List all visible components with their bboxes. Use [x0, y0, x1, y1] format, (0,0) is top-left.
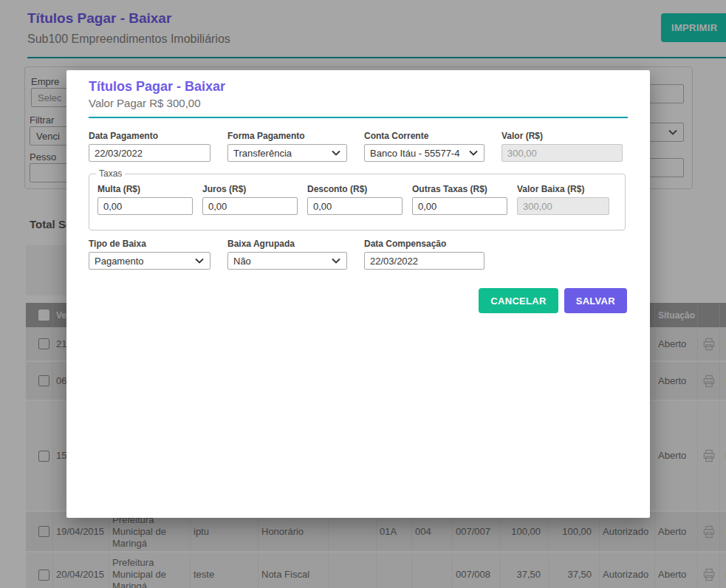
data-compensacao-label: Data Compensação: [364, 239, 484, 249]
data-pagamento-input[interactable]: 22/03/2022: [89, 144, 210, 162]
conta-corrente-label: Conta Corrente: [364, 131, 484, 141]
chevron-down-icon: [332, 256, 340, 267]
chevron-down-icon: [195, 256, 204, 267]
app-window: Títulos Pagar - Baixar Sub100 Empreendim…: [0, 0, 726, 588]
save-button[interactable]: SALVAR: [564, 288, 627, 313]
cancel-button[interactable]: CANCELAR: [479, 288, 558, 313]
chevron-down-icon: [332, 148, 340, 159]
conta-corrente-select[interactable]: Banco Itáu - 55577-4: [364, 144, 484, 162]
desconto-label: Desconto (R$): [307, 184, 403, 194]
desconto-input[interactable]: 0,00: [307, 197, 403, 215]
juros-input[interactable]: 0,00: [202, 197, 298, 215]
baixa-agrupada-select[interactable]: Não: [227, 252, 347, 270]
modal-divider: [89, 117, 628, 118]
valor-baixa-label: Valor Baixa (R$): [517, 184, 609, 194]
taxas-legend: Taxas: [96, 168, 125, 179]
valor-baixa-input: 300,00: [517, 197, 609, 215]
data-pagamento-label: Data Pagamento: [89, 131, 210, 141]
modal-subtitle: Valor Pagar R$ 300,00: [89, 97, 201, 109]
outras-taxas-label: Outras Taxas (R$): [412, 184, 507, 194]
juros-label: Juros (R$): [202, 184, 298, 194]
baixar-modal: Títulos Pagar - Baixar Valor Pagar R$ 30…: [66, 70, 650, 518]
outras-taxas-input[interactable]: 0,00: [412, 197, 507, 215]
forma-pagamento-label: Forma Pagamento: [227, 131, 347, 141]
multa-label: Multa (R$): [97, 184, 193, 194]
valor-label: Valor (R$): [501, 131, 623, 141]
data-compensacao-input[interactable]: 22/03/2022: [364, 252, 484, 270]
taxas-fieldset: Taxas Multa (R$) 0,00 Juros (R$) 0,00 De…: [89, 174, 626, 230]
multa-input[interactable]: 0,00: [97, 197, 193, 215]
modal-title: Títulos Pagar - Baixar: [89, 79, 225, 95]
valor-input: 300,00: [501, 144, 623, 162]
chevron-down-icon: [469, 148, 478, 159]
baixa-agrupada-label: Baixa Agrupada: [227, 239, 347, 249]
forma-pagamento-select[interactable]: Transferência: [227, 144, 347, 162]
tipo-baixa-label: Tipo de Baixa: [89, 239, 210, 249]
tipo-baixa-select[interactable]: Pagamento: [89, 252, 210, 270]
